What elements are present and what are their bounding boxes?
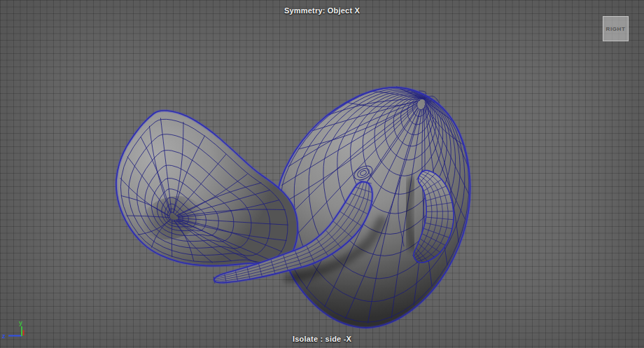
mesh-scene — [0, 0, 644, 348]
maya-viewport[interactable]: Symmetry: Object X Isolate : side -X RIG… — [0, 0, 644, 348]
view-axis-right-button[interactable]: RIGHT — [603, 16, 629, 41]
view-axis-label: RIGHT — [606, 26, 626, 32]
head-mesh[interactable] — [116, 111, 298, 267]
hud-symmetry-label: Symmetry: Object X — [284, 6, 360, 15]
hud-isolate-label: Isolate : side -X — [293, 335, 351, 343]
